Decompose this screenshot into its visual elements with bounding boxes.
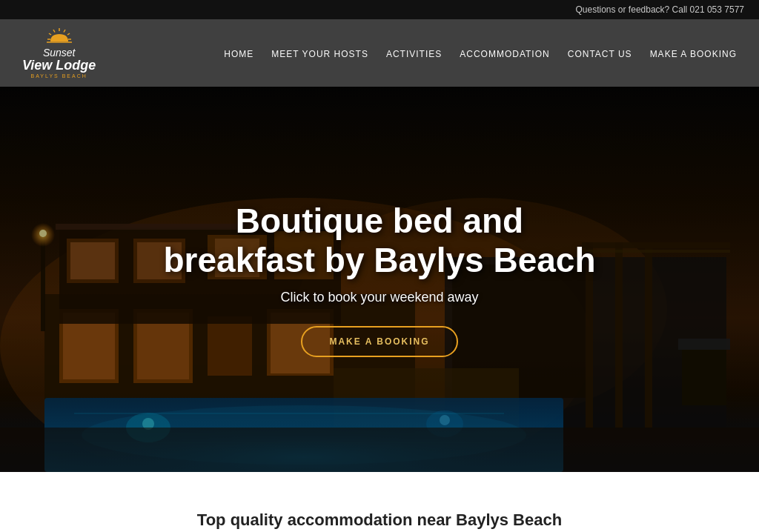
nav-item-accommodation[interactable]: ACCOMMODATION xyxy=(460,47,549,60)
logo-sub: BAYLYS BEACH xyxy=(22,73,96,79)
nav-link-accommodation[interactable]: ACCOMMODATION xyxy=(460,49,549,59)
contact-info: Questions or feedback? Call 021 053 7577 xyxy=(576,4,745,15)
logo[interactable]: Sunset View Lodge BAYLYS BEACH xyxy=(22,27,96,79)
nav-item-contact[interactable]: CONTACT US xyxy=(568,47,632,60)
nav-link-booking[interactable]: MAKE A BOOKING xyxy=(650,49,737,59)
svg-line-2 xyxy=(67,33,70,35)
logo-sunset: Sunset xyxy=(22,47,96,59)
nav-link-contact[interactable]: CONTACT US xyxy=(568,49,632,59)
logo-view-lodge: View Lodge xyxy=(22,59,96,72)
nav-item-home[interactable]: HOME xyxy=(224,47,253,60)
nav-link-activities[interactable]: ACTIVITIES xyxy=(386,49,442,59)
nav-link-hosts[interactable]: MEET YOUR HOSTS xyxy=(271,49,368,59)
nav-item-activities[interactable]: ACTIVITIES xyxy=(386,47,442,60)
below-hero-heading: Top quality accommodation near Baylys Be… xyxy=(59,509,700,532)
sun-logo-icon xyxy=(41,27,78,47)
navbar: Sunset View Lodge BAYLYS BEACH HOME MEET… xyxy=(0,19,759,87)
make-booking-hero-button[interactable]: MAKE A BOOKING xyxy=(301,326,457,357)
svg-line-5 xyxy=(49,33,51,35)
svg-line-1 xyxy=(64,30,65,33)
nav-item-booking[interactable]: MAKE A BOOKING xyxy=(650,47,737,60)
hero-content: Boutique bed and breakfast by Baylys Bea… xyxy=(142,187,617,373)
hero-subtitle: Click to book your weekend away xyxy=(157,290,602,305)
svg-line-4 xyxy=(53,30,55,33)
nav-links: HOME MEET YOUR HOSTS ACTIVITIES ACCOMMOD… xyxy=(224,47,737,60)
nav-link-home[interactable]: HOME xyxy=(224,49,253,59)
nav-item-hosts[interactable]: MEET YOUR HOSTS xyxy=(271,47,368,60)
below-hero-section: Top quality accommodation near Baylys Be… xyxy=(0,472,759,532)
hero-title: Boutique bed and breakfast by Baylys Bea… xyxy=(157,202,602,280)
below-hero-heading-line1: Top quality accommodation near Baylys Be… xyxy=(197,511,562,529)
hero-section: Boutique bed and breakfast by Baylys Bea… xyxy=(0,87,759,472)
top-bar: Questions or feedback? Call 021 053 7577 xyxy=(0,0,759,19)
